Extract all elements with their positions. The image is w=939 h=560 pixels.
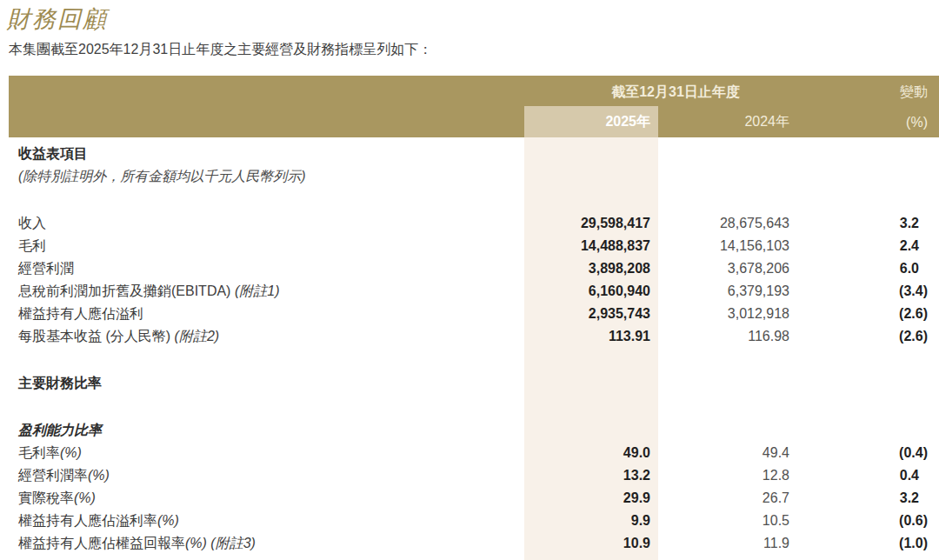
cell-v2024: 10.5 [668, 510, 798, 532]
row-note: (附註2) [170, 329, 219, 343]
row-label: 經營利潤 [9, 257, 529, 280]
cell-v2024: 116.98 [668, 325, 798, 348]
row-label: 經營利潤率(%) [9, 464, 529, 487]
table-body: 收益表項目(除特別註明外，所有金額均以千元人民幣列示)收入29,598,4172… [9, 137, 939, 555]
cell-v2025: 6,160,940 [529, 280, 668, 303]
cell-v2024: 49.4 [668, 442, 798, 464]
spacer-row [9, 188, 939, 212]
page-title: 財務回顧 [7, 3, 108, 35]
change-label: 變動 [798, 83, 939, 102]
note-row: (除特別註明外，所有金額均以千元人民幣列示) [9, 165, 939, 188]
cell-change: 6.0 [798, 257, 939, 280]
cell-change: 3.2 [798, 487, 939, 510]
table-row: 毛利14,488,83714,156,1032.4 [9, 235, 939, 257]
row-label: 實際稅率(%) [9, 487, 529, 510]
table-header: 截至12月31日止年度 變動 2025年 2024年 (%) [9, 76, 939, 137]
change-unit-label: (%) [798, 115, 939, 130]
cell-change: (2.6) [798, 325, 939, 348]
cell-change: 0.4 [798, 464, 939, 487]
column-header-2024: 2024年 [668, 113, 798, 131]
row-label: 權益持有人應佔溢利率(%) [9, 510, 529, 532]
header-row-period: 截至12月31日止年度 變動 [9, 76, 939, 107]
cell-v2025: 2,935,743 [529, 303, 668, 325]
table-row: 實際稅率(%)29.926.73.2 [9, 487, 939, 510]
row-label: 收入 [9, 212, 529, 235]
cell-change: (1.0) [798, 532, 939, 555]
cell-v2024: 6,379,193 [668, 280, 798, 303]
cell-change: 3.2 [798, 212, 939, 235]
row-note: (%) (附註3) [185, 536, 256, 550]
row-label: 毛利率(%) [9, 442, 529, 464]
cell-v2024: 11.9 [668, 532, 798, 555]
cell-v2025: 29.9 [529, 487, 668, 510]
table-row: 經營利潤3,898,2083,678,2066.0 [9, 257, 939, 280]
row-label: 毛利 [9, 235, 529, 257]
cell-v2025: 49.0 [529, 442, 668, 464]
cell-v2025: 29,598,417 [529, 212, 668, 235]
intro-text: 本集團截至2025年12月31日止年度之主要經營及財務指標呈列如下： [9, 41, 432, 59]
spacer-row [9, 348, 939, 372]
row-label: 每股基本收益 (分人民幣) (附註2) [9, 325, 529, 348]
cell-v2025: 3,898,208 [529, 257, 668, 280]
financial-indicators-table: 截至12月31日止年度 變動 2025年 2024年 (%) 收益表項目(除特別… [9, 76, 939, 560]
row-label: 息稅前利潤加折舊及攤銷(EBITDA) (附註1) [9, 280, 529, 303]
column-header-2025: 2025年 [529, 113, 668, 131]
table-row: 權益持有人應佔權益回報率(%) (附註3)10.911.9(1.0) [9, 532, 939, 555]
cell-v2025: 13.2 [529, 464, 668, 487]
row-note: (%) [88, 468, 110, 483]
row-label: 盈利能力比率 [9, 419, 939, 442]
cell-v2025: 9.9 [529, 510, 668, 532]
period-label: 截至12月31日止年度 [529, 83, 798, 102]
cell-change: (0.6) [798, 510, 939, 532]
table-row: 權益持有人應佔溢利率(%)9.910.5(0.6) [9, 510, 939, 532]
row-label: 收益表項目 [9, 143, 939, 165]
section-row: 收益表項目 [9, 143, 939, 165]
row-label: (除特別註明外，所有金額均以千元人民幣列示) [9, 165, 939, 188]
row-note: (%) [157, 513, 179, 528]
cell-v2024: 28,675,643 [668, 212, 798, 235]
cell-v2024: 26.7 [668, 487, 798, 510]
row-label: 權益持有人應佔權益回報率(%) (附註3) [9, 532, 529, 555]
table-row: 經營利潤率(%)13.212.80.4 [9, 464, 939, 487]
cell-v2025: 113.91 [529, 325, 668, 348]
cell-v2024: 3,678,206 [668, 257, 798, 280]
section-row: 主要財務比率 [9, 372, 939, 395]
row-note: (%) [74, 490, 96, 505]
table-row: 息稅前利潤加折舊及攤銷(EBITDA) (附註1)6,160,9406,379,… [9, 280, 939, 303]
table-row: 收入29,598,41728,675,6433.2 [9, 212, 939, 235]
cell-change: 2.4 [798, 235, 939, 257]
row-note: (附註1) [230, 283, 279, 298]
cell-change: (3.4) [798, 280, 939, 303]
cell-v2024: 12.8 [668, 464, 798, 487]
table-row: 每股基本收益 (分人民幣) (附註2)113.91116.98(2.6) [9, 325, 939, 348]
spacer-row [9, 395, 939, 419]
cell-change: (2.6) [798, 303, 939, 325]
table-row: 權益持有人應佔溢利2,935,7433,012,918(2.6) [9, 303, 939, 325]
cell-change: (0.4) [798, 442, 939, 464]
cell-v2025: 10.9 [529, 532, 668, 555]
table-row: 毛利率(%)49.049.4(0.4) [9, 442, 939, 464]
row-label: 主要財務比率 [9, 372, 939, 395]
header-row-years: 2025年 2024年 (%) [9, 107, 939, 137]
row-label: 權益持有人應佔溢利 [9, 303, 529, 325]
section-italic-row: 盈利能力比率 [9, 419, 939, 442]
cell-v2025: 14,488,837 [529, 235, 668, 257]
cell-v2024: 3,012,918 [668, 303, 798, 325]
row-note: (%) [60, 445, 82, 460]
cell-v2024: 14,156,103 [668, 235, 798, 257]
